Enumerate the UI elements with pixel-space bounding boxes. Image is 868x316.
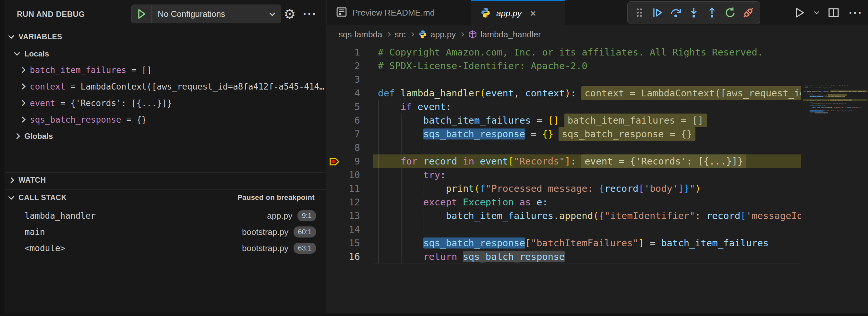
restart-button[interactable] (722, 4, 739, 22)
code-line[interactable]: 13 batch_item_failures.append({"itemIden… (327, 209, 868, 223)
chevron-right-icon (20, 117, 25, 122)
run-options-chevron-icon[interactable] (812, 4, 822, 22)
line-number[interactable]: 2 (327, 59, 360, 73)
tab-app-py[interactable]: app.py × (471, 0, 565, 25)
variable-row[interactable]: event = {'Records': [{...}]} (0, 95, 326, 111)
code-line[interactable]: 4def lambda_handler(event, context):cont… (327, 86, 868, 100)
launch-configuration-dropdown[interactable]: No Configurations (131, 4, 281, 23)
call-stack-frame[interactable]: lambda_handlerapp.py9:1 (0, 208, 326, 224)
editor-group: Preview README.md app.py × (327, 0, 868, 316)
tab-preview-readme[interactable]: Preview README.md (327, 0, 471, 25)
run-python-file-button[interactable] (790, 4, 809, 22)
chevron-down-icon (8, 194, 14, 199)
watch-section-header[interactable]: WATCH (0, 172, 326, 188)
configuration-dropdown-label[interactable]: No Configurations (152, 9, 270, 19)
more-actions-icon[interactable]: ··· (301, 4, 319, 23)
variables-scope-locals[interactable]: Locals (0, 45, 326, 62)
line-number[interactable]: 1 (327, 45, 360, 59)
inline-debug-value: sqs_batch_response = {} (559, 127, 695, 141)
chevron-right-icon (20, 67, 25, 73)
line-number[interactable]: 8 (327, 141, 360, 154)
chevron-right-icon (386, 32, 391, 37)
toolbar-drag-handle[interactable] (631, 4, 648, 22)
code-line[interactable]: 14 (327, 223, 868, 236)
breadcrumb-folder[interactable]: src (395, 30, 406, 39)
python-icon (480, 7, 491, 20)
code-line[interactable]: 2# SPDX-License-Identifier: Apache-2.0 (327, 59, 868, 73)
run-and-debug-header: RUN AND DEBUG No Configurations ⚙ ··· (0, 0, 326, 29)
line-number[interactable]: 12 (327, 195, 360, 209)
line-number[interactable]: 15 (327, 236, 360, 250)
editor-actions: ··· (790, 0, 866, 25)
code-line[interactable]: 15 sqs_batch_response["batchItemFailures… (327, 236, 868, 250)
variable-row[interactable]: sqs_batch_response = {} (0, 111, 326, 128)
breadcrumb-folder[interactable]: sqs-lambda (339, 30, 382, 39)
call-stack-header-label: CALL STACK (19, 193, 67, 202)
line-column-badge: 63:1 (293, 243, 316, 254)
markdown-preview-icon (336, 6, 347, 19)
tab-label: app.py (496, 8, 522, 19)
call-stack-frame[interactable]: <module>bootstrap.py63:1 (0, 240, 326, 256)
line-number[interactable]: 5 (327, 100, 360, 114)
line-column-badge: 60:1 (293, 226, 316, 238)
start-debugging-icon[interactable] (132, 5, 152, 23)
debug-toolbar (627, 1, 760, 24)
inline-debug-value: event = {'Records': [{...}]} (581, 154, 746, 168)
variable-row[interactable]: batch_item_failures = [] (0, 62, 326, 78)
line-number[interactable]: 14 (327, 223, 360, 236)
variables-section-header[interactable]: VARIABLES (0, 29, 326, 44)
chevron-down-icon (8, 33, 14, 39)
step-into-button[interactable] (685, 4, 702, 22)
code-line[interactable]: 5 if event: (327, 100, 868, 114)
line-number[interactable]: 10 (327, 168, 360, 182)
code-line[interactable]: 1# Copyright Amazon.com, Inc. or its aff… (327, 45, 868, 59)
watch-header-label: WATCH (19, 176, 46, 185)
code-line[interactable]: 6 batch_item_failures = []batch_item_fai… (327, 114, 868, 127)
gear-icon[interactable]: ⚙ (281, 4, 299, 23)
code-line[interactable]: 11 print(f"Processed message: {record['b… (327, 182, 868, 195)
run-and-debug-sidebar: RUN AND DEBUG No Configurations ⚙ ··· VA… (0, 0, 326, 316)
code-line[interactable]: 16 return sqs_batch_response (327, 250, 868, 263)
paused-status: Paused on breakpoint (238, 193, 315, 202)
window-edge (0, 313, 868, 316)
call-stack-section-header[interactable]: CALL STACK Paused on breakpoint (0, 190, 326, 205)
breadcrumb-file[interactable]: app.py (418, 30, 456, 39)
line-number[interactable]: 4 (327, 86, 360, 100)
symbol-method-icon (468, 30, 477, 39)
sidebar-title: RUN AND DEBUG (17, 10, 85, 19)
chevron-right-icon (14, 133, 20, 139)
line-number[interactable]: 6 (327, 114, 360, 127)
line-number[interactable]: 16 (327, 250, 360, 263)
variables-header-label: VARIABLES (19, 32, 62, 41)
tab-bar: Preview README.md app.py × (327, 0, 868, 25)
step-over-button[interactable] (667, 4, 684, 22)
chevron-right-icon (8, 177, 14, 183)
code-line[interactable]: 7 sqs_batch_response = {}sqs_batch_respo… (327, 127, 868, 141)
code-line[interactable]: 8 (327, 141, 868, 154)
code-line[interactable]: 9 for record in event["Records"]:event =… (327, 154, 868, 168)
code-line[interactable]: 10 try: (327, 168, 868, 182)
close-icon[interactable]: × (530, 8, 536, 19)
disconnect-button[interactable] (740, 4, 757, 22)
variables-scope-globals[interactable]: Globals (0, 128, 326, 145)
call-stack-frame[interactable]: mainbootstrap.py60:1 (0, 224, 326, 240)
chevron-right-icon (20, 84, 25, 89)
code-editor[interactable]: 1# Copyright Amazon.com, Inc. or its aff… (327, 43, 868, 316)
continue-button[interactable] (649, 4, 666, 22)
variable-row[interactable]: context = LambdaContext([aws_request_id=… (0, 78, 326, 95)
more-actions-icon[interactable]: ··· (846, 4, 866, 22)
vscode-window: RUN AND DEBUG No Configurations ⚙ ··· VA… (0, 0, 868, 316)
breadcrumb-symbol[interactable]: lambda_handler (468, 30, 541, 39)
chevron-right-icon (410, 32, 414, 37)
code-line[interactable]: 12 except Exception as e: (327, 195, 868, 209)
tab-label: Preview README.md (352, 8, 435, 18)
code-line[interactable]: 3 (327, 73, 868, 86)
split-editor-button[interactable] (824, 4, 843, 22)
line-number[interactable]: 13 (327, 209, 360, 223)
line-number[interactable]: 7 (327, 127, 360, 141)
inline-debug-value: batch_item_failures = [] (564, 114, 707, 127)
minimap[interactable]: # Copyright Amazon.com, Inc. or its affi… (803, 85, 867, 127)
step-out-button[interactable] (704, 4, 720, 22)
line-number[interactable]: 11 (327, 182, 360, 195)
line-number[interactable]: 3 (327, 73, 360, 86)
